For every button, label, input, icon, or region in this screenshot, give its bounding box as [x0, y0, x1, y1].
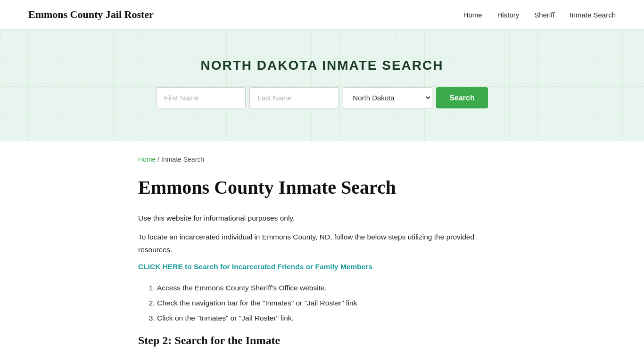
- inmate-search-form: AlabamaAlaskaArizonaArkansasCaliforniaCo…: [9, 87, 635, 108]
- click-here-link[interactable]: CLICK HERE to Search for Incarcerated Fr…: [138, 263, 372, 271]
- intro-paragraph-2: To locate an incarcerated individual in …: [138, 231, 506, 256]
- nav-history[interactable]: History: [497, 11, 520, 19]
- search-button[interactable]: Search: [436, 87, 487, 108]
- hero-title: NORTH DAKOTA INMATE SEARCH: [9, 58, 635, 73]
- site-header: Emmons County Jail Roster Home History S…: [0, 0, 644, 30]
- breadcrumb-separator: /: [157, 156, 161, 163]
- main-nav: Home History Sheriff Inmate Search: [463, 11, 616, 19]
- state-select[interactable]: AlabamaAlaskaArizonaArkansasCaliforniaCo…: [343, 87, 432, 108]
- last-name-input[interactable]: [249, 87, 339, 108]
- breadcrumb-current: Inmate Search: [161, 156, 204, 163]
- breadcrumb: Home / Inmate Search: [138, 156, 506, 163]
- intro-paragraph-1: Use this website for informational purpo…: [138, 212, 506, 224]
- main-content: Home / Inmate Search Emmons County Inmat…: [110, 141, 534, 362]
- step2-heading: Step 2: Search for the Inmate: [138, 334, 506, 347]
- nav-home[interactable]: Home: [463, 11, 482, 19]
- step-1: Access the Emmons County Sheriff's Offic…: [157, 281, 506, 295]
- nav-sheriff[interactable]: Sheriff: [534, 11, 554, 19]
- nav-inmate-search[interactable]: Inmate Search: [570, 11, 616, 19]
- step-2: Check the navigation bar for the "Inmate…: [157, 296, 506, 310]
- first-name-input[interactable]: [156, 87, 246, 108]
- site-title: Emmons County Jail Roster: [28, 8, 154, 21]
- step-3: Click on the "Inmates" or "Jail Roster" …: [157, 312, 506, 325]
- hero-section: NORTH DAKOTA INMATE SEARCH AlabamaAlaska…: [0, 30, 644, 141]
- steps-list: Access the Emmons County Sheriff's Offic…: [138, 281, 506, 325]
- breadcrumb-home[interactable]: Home: [138, 156, 156, 163]
- page-title: Emmons County Inmate Search: [138, 176, 506, 199]
